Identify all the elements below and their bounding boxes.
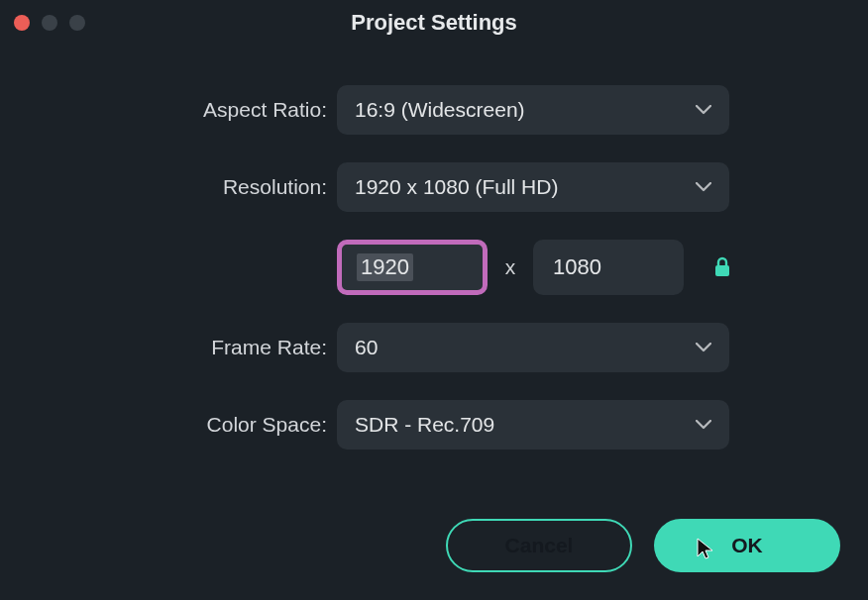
resolution-value: 1920 x 1080 (Full HD): [355, 175, 558, 199]
titlebar: Project Settings: [0, 0, 868, 46]
dialog-buttons: Cancel OK: [446, 519, 840, 572]
color-space-select[interactable]: SDR - Rec.709: [337, 400, 729, 450]
cancel-button[interactable]: Cancel: [446, 519, 632, 572]
height-input[interactable]: 1080: [533, 240, 684, 295]
cursor-icon: [696, 537, 715, 562]
chevron-down-icon: [696, 182, 711, 192]
frame-rate-row: Frame Rate: 60: [129, 323, 739, 372]
color-space-row: Color Space: SDR - Rec.709: [129, 400, 739, 450]
resolution-row: Resolution: 1920 x 1080 (Full HD): [129, 162, 739, 212]
window-title: Project Settings: [351, 10, 516, 36]
window-controls: [14, 15, 85, 31]
aspect-ratio-value: 16:9 (Widescreen): [355, 98, 525, 122]
width-value: 1920: [357, 253, 413, 281]
close-window-button[interactable]: [14, 15, 30, 31]
chevron-down-icon: [696, 343, 711, 352]
frame-rate-value: 60: [355, 336, 378, 359]
dimension-separator: x: [501, 255, 519, 279]
color-space-value: SDR - Rec.709: [355, 413, 494, 437]
height-value: 1080: [553, 254, 601, 280]
frame-rate-select[interactable]: 60: [337, 323, 729, 372]
chevron-down-icon: [696, 105, 711, 115]
ok-button-label: OK: [731, 534, 763, 557]
cancel-button-label: Cancel: [505, 534, 574, 557]
chevron-down-icon: [696, 420, 711, 430]
resolution-select[interactable]: 1920 x 1080 (Full HD): [337, 162, 729, 212]
resolution-custom-row: 1920 x 1080: [129, 240, 739, 295]
zoom-window-button[interactable]: [69, 15, 85, 31]
aspect-ratio-label: Aspect Ratio:: [129, 98, 327, 122]
settings-form: Aspect Ratio: 16:9 (Widescreen) Resoluti…: [0, 46, 868, 450]
lock-aspect-icon[interactable]: [713, 256, 731, 278]
svg-rect-0: [715, 265, 729, 276]
aspect-ratio-row: Aspect Ratio: 16:9 (Widescreen): [129, 85, 739, 135]
width-input[interactable]: 1920: [337, 240, 488, 295]
frame-rate-label: Frame Rate:: [129, 336, 327, 359]
ok-button[interactable]: OK: [654, 519, 840, 572]
minimize-window-button[interactable]: [42, 15, 57, 31]
color-space-label: Color Space:: [129, 413, 327, 437]
aspect-ratio-select[interactable]: 16:9 (Widescreen): [337, 85, 729, 135]
resolution-label: Resolution:: [129, 175, 327, 199]
